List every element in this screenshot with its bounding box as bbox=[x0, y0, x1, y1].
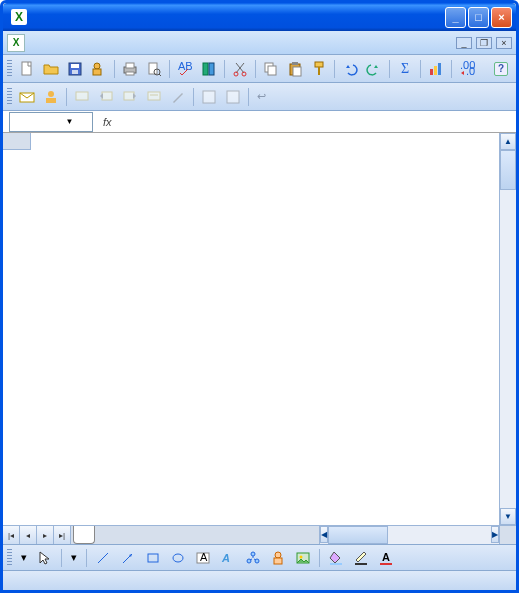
print-preview-button[interactable] bbox=[143, 58, 165, 80]
email-button[interactable] bbox=[16, 86, 38, 108]
formula-bar: ▼ fx bbox=[3, 111, 516, 133]
comment-new-button[interactable] bbox=[71, 86, 93, 108]
clipart-button[interactable] bbox=[267, 547, 289, 569]
minimize-button[interactable]: _ bbox=[445, 7, 466, 28]
svg-rect-32 bbox=[76, 92, 88, 100]
autosum-button[interactable]: Σ bbox=[394, 58, 416, 80]
dropdown-icon[interactable]: ▼ bbox=[51, 117, 88, 126]
svg-rect-53 bbox=[330, 563, 342, 565]
comment-show-button[interactable] bbox=[143, 86, 165, 108]
protect-button[interactable] bbox=[222, 86, 244, 108]
svg-rect-18 bbox=[268, 66, 276, 75]
svg-rect-31 bbox=[46, 98, 56, 103]
mdi-restore-button[interactable]: ❐ bbox=[476, 37, 492, 49]
research-button[interactable] bbox=[198, 58, 220, 80]
svg-point-30 bbox=[48, 91, 54, 97]
svg-point-42 bbox=[173, 554, 183, 562]
mdi-minimize-button[interactable]: _ bbox=[456, 37, 472, 49]
open-button[interactable] bbox=[40, 58, 62, 80]
svg-rect-9 bbox=[149, 63, 157, 74]
close-button[interactable]: × bbox=[491, 7, 512, 28]
svg-rect-37 bbox=[203, 91, 215, 103]
comment-prev-button[interactable] bbox=[95, 86, 117, 108]
svg-rect-13 bbox=[203, 63, 208, 75]
scroll-corner bbox=[499, 526, 516, 544]
help-button[interactable]: ? bbox=[494, 62, 508, 76]
spelling-button[interactable]: ABC bbox=[174, 58, 196, 80]
line-button[interactable] bbox=[92, 547, 114, 569]
save-button[interactable] bbox=[64, 58, 86, 80]
print-button[interactable] bbox=[119, 58, 141, 80]
formula-input[interactable] bbox=[122, 112, 516, 132]
select-objects-button[interactable] bbox=[34, 547, 56, 569]
doc-icon[interactable]: X bbox=[7, 34, 25, 52]
app-window: X _ □ × X _ ❐ × ABC Σ .00.0 ? bbox=[0, 0, 519, 593]
fill-color-button[interactable] bbox=[325, 547, 347, 569]
svg-rect-33 bbox=[102, 92, 112, 100]
svg-rect-34 bbox=[124, 92, 134, 100]
format-painter-button[interactable] bbox=[308, 58, 330, 80]
textbox-button[interactable]: A bbox=[192, 547, 214, 569]
cut-button[interactable] bbox=[229, 58, 251, 80]
comment-next-button[interactable] bbox=[119, 86, 141, 108]
wordart-button[interactable]: A bbox=[217, 547, 239, 569]
svg-rect-14 bbox=[209, 63, 214, 75]
scroll-thumb[interactable] bbox=[328, 526, 388, 544]
svg-text:A: A bbox=[221, 552, 230, 564]
insert-picture-button[interactable] bbox=[292, 547, 314, 569]
scroll-track[interactable] bbox=[388, 526, 491, 544]
reply-changes-button[interactable]: ↩ bbox=[253, 90, 270, 103]
new-button[interactable] bbox=[16, 58, 38, 80]
font-color-button[interactable]: A bbox=[375, 547, 397, 569]
redo-button[interactable] bbox=[363, 58, 385, 80]
permission-button[interactable] bbox=[88, 58, 110, 80]
maximize-button[interactable]: □ bbox=[468, 7, 489, 28]
tab-prev-button[interactable]: ◂ bbox=[20, 526, 37, 544]
tab-next-button[interactable]: ▸ bbox=[37, 526, 54, 544]
worksheet: ▲ ▼ |◂ ◂ ▸ ▸| ◀ ▶ bbox=[3, 133, 516, 544]
horizontal-scrollbar[interactable]: ◀ ▶ bbox=[319, 526, 499, 544]
svg-rect-50 bbox=[274, 558, 282, 564]
scroll-up-button[interactable]: ▲ bbox=[500, 133, 516, 150]
recipient-button[interactable] bbox=[40, 86, 62, 108]
svg-rect-25 bbox=[434, 66, 437, 75]
svg-text:ABC: ABC bbox=[178, 61, 193, 72]
scroll-track[interactable] bbox=[500, 190, 516, 508]
sheet-tab[interactable] bbox=[73, 526, 95, 544]
paste-button[interactable] bbox=[284, 58, 306, 80]
scroll-thumb[interactable] bbox=[500, 150, 516, 190]
titlebar[interactable]: X _ □ × bbox=[3, 3, 516, 31]
undo-button[interactable] bbox=[339, 58, 361, 80]
diagram-button[interactable] bbox=[242, 547, 264, 569]
tab-last-button[interactable]: ▸| bbox=[54, 526, 71, 544]
draw-menu[interactable]: ▾ bbox=[17, 551, 31, 564]
mdi-close-button[interactable]: × bbox=[496, 37, 512, 49]
tab-background[interactable] bbox=[95, 526, 319, 544]
track-changes-button[interactable] bbox=[198, 86, 220, 108]
scroll-left-button[interactable]: ◀ bbox=[320, 526, 328, 543]
name-box[interactable]: ▼ bbox=[9, 112, 93, 132]
decrease-decimal-button[interactable]: .00.0 bbox=[456, 58, 478, 80]
svg-rect-21 bbox=[293, 67, 301, 76]
arrow-button[interactable] bbox=[117, 547, 139, 569]
select-all-corner[interactable] bbox=[3, 133, 31, 150]
tab-first-button[interactable]: |◂ bbox=[3, 526, 20, 544]
oval-button[interactable] bbox=[167, 547, 189, 569]
autoshapes-menu[interactable]: ▾ bbox=[67, 551, 81, 564]
rectangle-button[interactable] bbox=[142, 547, 164, 569]
ink-button[interactable] bbox=[167, 86, 189, 108]
svg-rect-7 bbox=[126, 63, 134, 68]
toolbar-grip[interactable] bbox=[7, 88, 12, 106]
chart-wizard-button[interactable] bbox=[425, 58, 447, 80]
svg-rect-3 bbox=[72, 70, 78, 74]
toolbar-grip[interactable] bbox=[7, 549, 12, 567]
scroll-down-button[interactable]: ▼ bbox=[500, 508, 516, 525]
fx-icon[interactable]: fx bbox=[103, 116, 112, 128]
line-color-button[interactable] bbox=[350, 547, 372, 569]
scroll-right-button[interactable]: ▶ bbox=[491, 526, 499, 543]
toolbar-grip[interactable] bbox=[7, 60, 12, 78]
svg-rect-22 bbox=[315, 62, 323, 67]
standard-toolbar: ABC Σ .00.0 ? bbox=[3, 55, 516, 83]
vertical-scrollbar[interactable]: ▲ ▼ bbox=[499, 133, 516, 525]
copy-button[interactable] bbox=[260, 58, 282, 80]
